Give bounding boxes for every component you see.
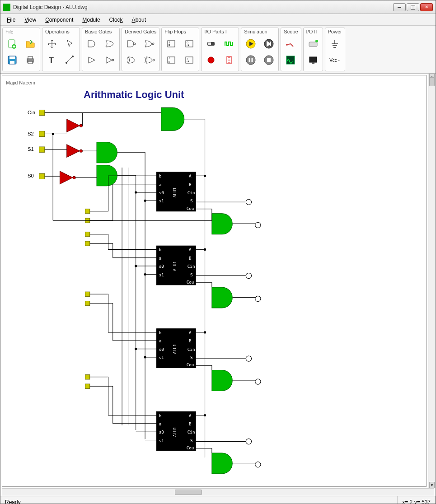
menubar: File View Component Module Clock About <box>0 14 436 26</box>
svg-point-33 <box>246 56 255 65</box>
menu-module[interactable]: Module <box>79 15 103 24</box>
svg-text:s1: s1 <box>159 355 164 360</box>
toolgroup-power: Power Vcc - <box>325 28 345 71</box>
print-button[interactable] <box>23 53 37 67</box>
svg-rect-35 <box>267 58 271 62</box>
svg-rect-104 <box>85 384 90 388</box>
svg-point-113 <box>144 200 146 202</box>
svg-point-51 <box>80 149 82 152</box>
svg-point-115 <box>144 273 146 275</box>
app-icon <box>3 4 10 11</box>
or-gate-tool[interactable] <box>103 37 117 51</box>
svg-point-118 <box>135 348 137 350</box>
svg-rect-43 <box>39 110 45 115</box>
svg-text:B: B <box>189 256 192 261</box>
window-controls <box>393 3 433 11</box>
svg-point-36 <box>286 44 288 46</box>
svg-text:ALU1: ALU1 <box>172 427 177 437</box>
svg-point-111 <box>255 379 261 384</box>
xor-gate-tool[interactable] <box>125 53 138 67</box>
close-button[interactable] <box>420 3 433 11</box>
display-tool[interactable] <box>306 53 320 67</box>
jk-flipflop-tool[interactable]: JK <box>164 53 178 67</box>
clock-tool[interactable] <box>222 37 236 51</box>
stop-button[interactable] <box>262 53 276 67</box>
status-ready: Ready <box>0 496 398 504</box>
toolgroup-io1: I/O Parts I <box>201 28 239 71</box>
keyboard-tool[interactable] <box>306 37 320 51</box>
step-button[interactable] <box>262 37 276 51</box>
svg-text:clk: clk <box>187 44 190 47</box>
open-file-button[interactable] <box>23 37 37 51</box>
not-gate-tool[interactable] <box>103 53 117 67</box>
svg-text:ALU1: ALU1 <box>172 344 177 354</box>
svg-text:b: b <box>159 330 162 335</box>
maximize-button[interactable] <box>407 3 419 11</box>
ground-tool[interactable] <box>328 37 342 51</box>
scroll-down-icon[interactable]: ▼ <box>429 482 435 488</box>
not-gate-2 <box>67 145 83 158</box>
svg-text:A: A <box>189 247 192 252</box>
svg-rect-4 <box>10 61 14 64</box>
t-flipflop-tool[interactable]: Tclk <box>183 53 196 67</box>
svg-text:Cin: Cin <box>188 347 195 352</box>
svg-text:s1: s1 <box>159 272 164 277</box>
pause-button[interactable] <box>244 53 258 67</box>
sr-flipflop-tool[interactable]: SR <box>164 37 178 51</box>
vertical-scrollbar[interactable]: ▲ ▼ <box>428 74 436 488</box>
svg-text:B: B <box>189 338 192 343</box>
svg-text:a: a <box>159 421 162 426</box>
svg-point-39 <box>315 40 318 42</box>
svg-point-119 <box>204 175 206 177</box>
probe-tool[interactable] <box>284 37 297 51</box>
menu-about[interactable]: About <box>128 15 150 24</box>
svg-rect-41 <box>312 62 314 64</box>
svg-rect-38 <box>309 42 317 47</box>
svg-point-109 <box>255 222 261 228</box>
toolgroup-scope: Scope <box>281 28 301 71</box>
menu-component[interactable]: Component <box>42 15 77 24</box>
minimize-button[interactable] <box>393 3 406 11</box>
switch-tool[interactable] <box>204 37 218 51</box>
text-tool[interactable]: T <box>45 53 59 67</box>
wire-tool[interactable] <box>63 53 77 67</box>
svg-rect-97 <box>85 209 90 214</box>
alu-chip-1: bA aB s0Cin s1S Cou ALU1 <box>157 172 196 211</box>
svg-text:K: K <box>169 61 170 63</box>
canvas[interactable]: Majid Naeem Arithmatic Logic Unit Cin S2… <box>2 75 427 487</box>
vcc-tool[interactable]: Vcc - <box>328 53 342 67</box>
scroll-thumb[interactable] <box>429 77 435 86</box>
svg-point-105 <box>246 199 251 205</box>
7seg-tool[interactable] <box>222 53 236 67</box>
menu-file[interactable]: File <box>3 15 19 24</box>
svg-point-12 <box>134 43 136 45</box>
save-button[interactable] <box>5 53 19 67</box>
and-gate-tool[interactable] <box>85 37 98 51</box>
nor-gate-tool[interactable] <box>143 37 156 51</box>
svg-text:B: B <box>189 421 192 426</box>
svg-text:S2: S2 <box>28 131 34 136</box>
svg-point-14 <box>153 59 155 61</box>
play-button[interactable] <box>244 37 258 51</box>
svg-point-107 <box>246 356 251 361</box>
svg-point-117 <box>144 356 146 358</box>
buffer-gate-tool[interactable] <box>85 53 98 67</box>
menu-clock[interactable]: Clock <box>106 15 127 24</box>
new-file-button[interactable] <box>5 37 19 51</box>
toolgroup-operations: Operations T <box>42 28 80 71</box>
alu-chip-4: bA aB s0Cin s1S Cou ALU1 <box>157 411 196 451</box>
nand-gate-tool[interactable] <box>125 37 138 51</box>
select-tool[interactable] <box>63 37 77 51</box>
svg-text:B: B <box>189 182 192 187</box>
horizontal-scrollbar[interactable] <box>2 488 434 496</box>
svg-text:Cin: Cin <box>188 190 195 195</box>
menu-view[interactable]: View <box>21 15 40 24</box>
svg-text:Cin: Cin <box>188 429 195 434</box>
move-tool[interactable] <box>45 37 59 51</box>
led-tool[interactable] <box>204 53 218 67</box>
oscilloscope-tool[interactable] <box>284 53 297 67</box>
toolgroup-derived-gates: Derived Gates <box>122 28 159 71</box>
d-flipflop-tool[interactable]: Dclk <box>183 37 196 51</box>
hscroll-thumb[interactable] <box>175 490 202 495</box>
xnor-gate-tool[interactable] <box>143 53 156 67</box>
